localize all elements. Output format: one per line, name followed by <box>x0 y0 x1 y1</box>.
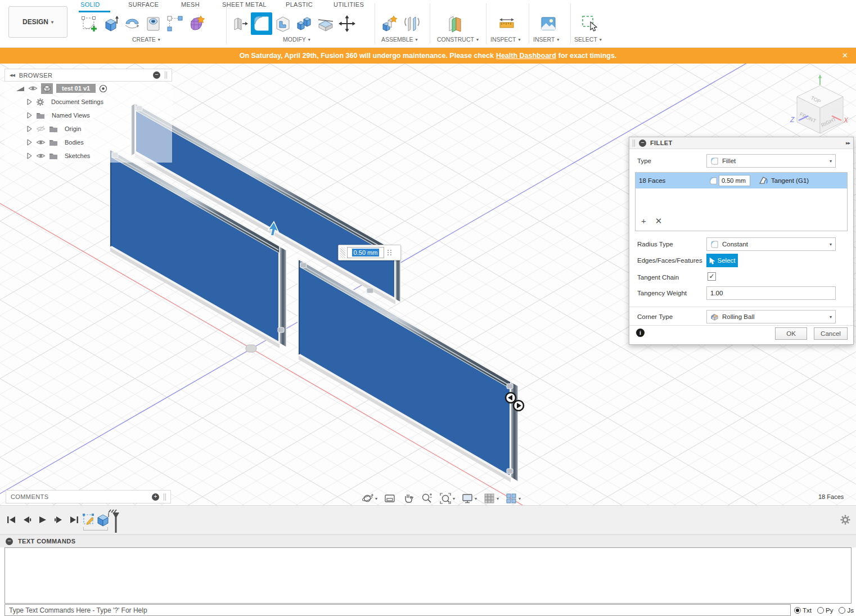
fillet-radius-input[interactable]: 0.50 mm <box>347 247 384 258</box>
create-form-button[interactable] <box>186 12 207 35</box>
zoom-button[interactable] <box>420 491 434 505</box>
minimize-panel-icon[interactable]: − <box>6 538 13 545</box>
pan-button[interactable] <box>401 491 416 505</box>
mode-radio-py[interactable]: Py <box>817 607 833 614</box>
tangent-chain-checkbox[interactable]: ✓ <box>708 272 716 281</box>
assemble-group-label[interactable]: ASSEMBLE▾ <box>381 36 418 43</box>
radius-type-dropdown[interactable]: Constant ▾ <box>706 237 836 251</box>
visibility-eye-icon[interactable] <box>28 84 38 92</box>
visibility-off-eye-icon[interactable] <box>36 125 46 133</box>
collapsed-arrow-icon[interactable] <box>26 125 33 132</box>
panel-grip[interactable] <box>164 493 166 501</box>
fillet-selection-row[interactable]: 18 Faces 0.50 mm Tangent (G1) <box>636 173 847 188</box>
info-icon[interactable]: i <box>636 329 645 337</box>
extrude-button[interactable] <box>100 12 121 35</box>
timeline-settings-button[interactable] <box>840 515 850 527</box>
visibility-eye-icon[interactable] <box>36 138 46 146</box>
go-to-start-button[interactable] <box>6 514 17 526</box>
display-settings-button[interactable]: ▾ <box>460 491 478 505</box>
new-component-button[interactable] <box>379 12 400 35</box>
fillet-button[interactable] <box>251 12 272 35</box>
tab-mesh[interactable]: MESH <box>181 1 200 11</box>
move-button[interactable] <box>336 12 358 35</box>
tab-plastic[interactable]: PLASTIC <box>286 1 313 11</box>
tree-item-label[interactable]: Document Settings <box>48 97 107 106</box>
collapsed-arrow-icon[interactable] <box>26 112 33 119</box>
sidebar-item-sketches[interactable]: Sketches <box>4 149 172 163</box>
revolve-button[interactable] <box>121 12 143 35</box>
look-at-button[interactable] <box>382 491 397 505</box>
shell-button[interactable] <box>272 12 294 35</box>
cancel-button[interactable]: Cancel <box>814 327 848 340</box>
measure-button[interactable] <box>496 12 517 35</box>
timeline-playhead[interactable] <box>112 512 119 533</box>
timeline-sketch-feature[interactable] <box>83 514 94 525</box>
fit-button[interactable]: ▾ <box>438 491 456 505</box>
construct-plane-button[interactable] <box>444 12 466 35</box>
insert-image-button[interactable] <box>538 12 559 35</box>
origin-marker[interactable] <box>246 345 256 352</box>
create-sketch-button[interactable] <box>79 12 100 35</box>
inspect-group-label[interactable]: INSPECT▾ <box>490 36 521 43</box>
sidebar-item-bodies[interactable]: Bodies <box>4 136 172 149</box>
press-pull-button[interactable] <box>229 12 251 35</box>
remove-selection-icon[interactable]: ✕ <box>655 216 663 226</box>
sidebar-item-origin[interactable]: Origin <box>4 122 172 136</box>
select-group-label[interactable]: SELECT▾ <box>574 36 602 43</box>
collapsed-arrow-icon[interactable] <box>26 98 33 105</box>
go-to-end-button[interactable] <box>69 514 80 526</box>
timeline-extrude-feature[interactable] <box>98 513 109 526</box>
orbit-button[interactable]: ▾ <box>361 491 379 505</box>
step-forward-button[interactable] <box>53 514 64 526</box>
select-button-tool[interactable] <box>578 12 600 35</box>
banner-close-icon[interactable]: ✕ <box>842 51 848 60</box>
minimize-panel-icon[interactable]: − <box>153 71 160 79</box>
insert-group-label[interactable]: INSERT▾ <box>533 36 559 43</box>
add-selection-icon[interactable]: + <box>641 216 646 226</box>
tree-item-label[interactable]: Sketches <box>61 151 93 160</box>
sidebar-item-named-views[interactable]: Named Views <box>4 109 172 122</box>
hole-button[interactable] <box>143 12 164 35</box>
text-commands-output-area[interactable] <box>4 547 852 604</box>
create-group-label[interactable]: CREATE▾ <box>132 36 160 43</box>
browser-header[interactable]: ◀◀ BROWSER − <box>4 69 172 82</box>
tree-item-label[interactable]: Origin <box>61 124 84 133</box>
tab-utilities[interactable]: UTILITIES <box>334 1 364 11</box>
dialog-grip[interactable] <box>633 140 635 147</box>
activate-component-icon[interactable] <box>99 84 107 93</box>
document-root-label[interactable]: test 01 v1 <box>56 84 96 93</box>
joint-button[interactable] <box>400 12 422 35</box>
text-commands-input[interactable]: Type Text Commands Here - Type '?' For H… <box>4 604 791 616</box>
pattern-button[interactable] <box>164 12 186 35</box>
combine-button[interactable] <box>294 12 315 35</box>
collapsed-arrow-icon[interactable] <box>26 152 33 159</box>
panel-grip[interactable] <box>165 71 167 79</box>
row-radius-input[interactable]: 0.50 mm <box>719 175 750 186</box>
health-dashboard-link[interactable]: Health Dashboard <box>496 52 556 60</box>
tab-solid[interactable]: SOLID <box>80 1 100 11</box>
construct-group-label[interactable]: CONSTRUCT▾ <box>437 36 479 43</box>
step-back-button[interactable] <box>21 514 33 526</box>
tab-surface[interactable]: SURFACE <box>128 1 159 11</box>
tab-sheet-metal[interactable]: SHEET METAL <box>222 1 267 11</box>
text-commands-header[interactable]: − TEXT COMMANDS <box>0 534 856 547</box>
fillet-dialog-header[interactable]: − FILLET ▸▸ <box>629 137 853 149</box>
corner-type-dropdown[interactable]: Rolling Ball ▾ <box>706 310 836 323</box>
design-workspace-button[interactable]: DESIGN ▾ <box>8 6 67 38</box>
modify-group-label[interactable]: MODIFY▾ <box>283 36 310 43</box>
browser-root-row[interactable]: test 01 v1 <box>4 82 172 95</box>
collapse-panel-icon[interactable]: ◀◀ <box>10 73 15 78</box>
type-dropdown[interactable]: Fillet ▾ <box>706 154 836 168</box>
collapsed-arrow-icon[interactable] <box>26 139 33 146</box>
dock-dialog-icon[interactable]: ▸▸ <box>846 140 850 146</box>
tangency-weight-input[interactable]: 1.00 <box>706 286 836 300</box>
add-comment-icon[interactable]: + <box>152 493 159 501</box>
mode-radio-js[interactable]: Js <box>839 607 854 614</box>
mode-radio-txt[interactable]: Txt <box>794 607 812 614</box>
drag-grip[interactable] <box>340 247 345 258</box>
visibility-eye-icon[interactable] <box>36 152 46 160</box>
kebab-menu-icon[interactable] <box>388 250 392 255</box>
split-body-button[interactable] <box>315 12 336 35</box>
3d-viewport[interactable]: TOP FRONT RIGHT Z X ◀◀ BROWSER − test <box>0 64 856 505</box>
viewports-button[interactable]: ▾ <box>504 491 522 505</box>
